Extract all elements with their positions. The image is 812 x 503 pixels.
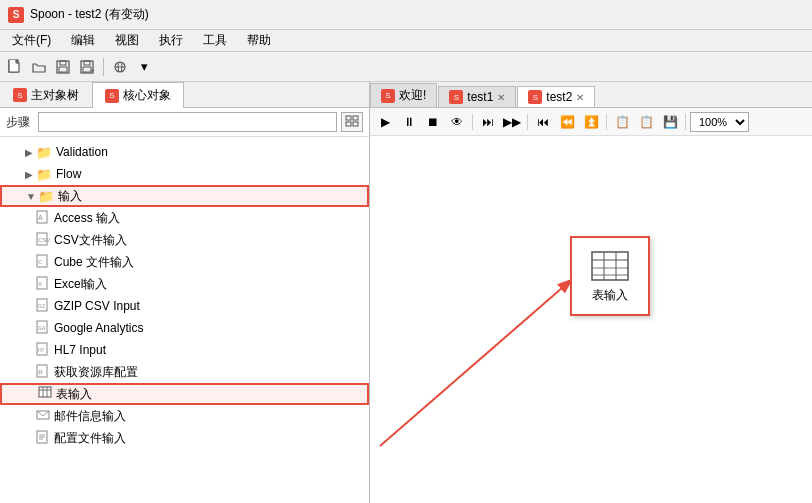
tree-item-hl7[interactable]: H7 HL7 Input bbox=[0, 339, 369, 361]
tab-test2-close[interactable]: ✕ bbox=[576, 92, 584, 103]
tab-test2-icon: S bbox=[528, 90, 542, 104]
tab-welcome-icon: S bbox=[381, 89, 395, 103]
file-icon-resource: 获 bbox=[36, 364, 50, 380]
menu-help[interactable]: 帮助 bbox=[239, 30, 279, 51]
tree-item-excel[interactable]: X Excel输入 bbox=[0, 273, 369, 295]
dropdown-button[interactable]: ▾ bbox=[133, 56, 155, 78]
file-icon-csv: CSV bbox=[36, 232, 50, 248]
tree-item-gzip[interactable]: GZ GZIP CSV Input bbox=[0, 295, 369, 317]
up-button[interactable]: ⏫ bbox=[580, 111, 602, 133]
main-toolbar: + ▾ bbox=[0, 52, 812, 82]
tab-core-icon: S bbox=[105, 89, 119, 103]
zoom-select[interactable]: 100% 75% 50% 150% bbox=[690, 112, 749, 132]
tab-test2[interactable]: S test2 ✕ bbox=[517, 86, 595, 107]
label-resource: 获取资源库配置 bbox=[54, 364, 138, 381]
pause-button[interactable]: ⏸ bbox=[398, 111, 420, 133]
right-tab-bar: S 欢迎! S test1 ✕ S test2 ✕ bbox=[370, 82, 812, 108]
menu-bar: 文件(F) 编辑 视图 执行 工具 帮助 bbox=[0, 30, 812, 52]
tree-item-validation[interactable]: ▶ 📁 Validation bbox=[0, 141, 369, 163]
save-canvas-button[interactable]: 💾 bbox=[659, 111, 681, 133]
fast-forward-button[interactable]: ▶▶ bbox=[501, 111, 523, 133]
menu-file[interactable]: 文件(F) bbox=[4, 30, 59, 51]
file-icon-excel: X bbox=[36, 276, 50, 292]
step-back-button[interactable]: ⏮ bbox=[532, 111, 554, 133]
tree-item-config[interactable]: 配置文件输入 bbox=[0, 427, 369, 449]
tab-main-label: 主对象树 bbox=[31, 87, 79, 104]
tab-core-label: 核心对象 bbox=[123, 87, 171, 104]
arrow-validation: ▶ bbox=[22, 147, 36, 158]
save-button[interactable] bbox=[52, 56, 74, 78]
new-button[interactable] bbox=[4, 56, 26, 78]
tree-item-resource[interactable]: 获 获取资源库配置 bbox=[0, 361, 369, 383]
svg-text:GZ: GZ bbox=[38, 303, 45, 309]
menu-view[interactable]: 视图 bbox=[107, 30, 147, 51]
file-icon-config bbox=[36, 430, 50, 446]
search-label: 步骤 bbox=[6, 114, 30, 131]
rt-sep-4 bbox=[685, 114, 686, 130]
file-icon-table-input bbox=[38, 386, 52, 402]
label-email: 邮件信息输入 bbox=[54, 408, 126, 425]
label-excel: Excel输入 bbox=[54, 276, 107, 293]
tab-welcome[interactable]: S 欢迎! bbox=[370, 83, 437, 107]
clipboard-button[interactable]: 📋 bbox=[635, 111, 657, 133]
canvas-area[interactable]: 表输入 bbox=[370, 136, 812, 503]
tree-item-access[interactable]: A Access 输入 bbox=[0, 207, 369, 229]
step-forward-button[interactable]: ⏭ bbox=[477, 111, 499, 133]
connection-arrow bbox=[370, 136, 812, 503]
stop-button[interactable]: ⏹ bbox=[422, 111, 444, 133]
label-gzip: GZIP CSV Input bbox=[54, 299, 140, 313]
search-expand-button[interactable] bbox=[341, 112, 363, 132]
tab-main-icon: S bbox=[13, 88, 27, 102]
tab-test1-close[interactable]: ✕ bbox=[497, 92, 505, 103]
preview-button[interactable]: 👁 bbox=[446, 111, 468, 133]
rt-sep-3 bbox=[606, 114, 607, 130]
svg-text:+: + bbox=[90, 66, 95, 75]
folder-icon-validation: 📁 bbox=[36, 145, 52, 160]
tree-item-email[interactable]: 邮件信息输入 bbox=[0, 405, 369, 427]
tab-test1[interactable]: S test1 ✕ bbox=[438, 86, 516, 107]
svg-rect-16 bbox=[353, 122, 358, 126]
tree-item-google-analytics[interactable]: GA Google Analytics bbox=[0, 317, 369, 339]
tab-test1-label: test1 bbox=[467, 90, 493, 104]
svg-rect-14 bbox=[353, 116, 358, 120]
tab-core-objects[interactable]: S 核心对象 bbox=[92, 82, 184, 108]
label-access: Access 输入 bbox=[54, 210, 120, 227]
menu-edit[interactable]: 编辑 bbox=[63, 30, 103, 51]
svg-rect-33 bbox=[39, 387, 51, 397]
saveas-button[interactable]: + bbox=[76, 56, 98, 78]
tree: ▶ 📁 Validation ▶ 📁 Flow ▼ 📁 输入 A bbox=[0, 137, 369, 503]
explore-button[interactable] bbox=[109, 56, 131, 78]
main-layout: S 主对象树 S 核心对象 步骤 ▶ 📁 Validation bbox=[0, 82, 812, 503]
svg-text:获: 获 bbox=[38, 369, 43, 375]
menu-tools[interactable]: 工具 bbox=[195, 30, 235, 51]
run-button[interactable]: ▶ bbox=[374, 111, 396, 133]
label-ga: Google Analytics bbox=[54, 321, 143, 335]
svg-rect-44 bbox=[592, 252, 628, 280]
tree-item-table-input[interactable]: 表输入 bbox=[0, 383, 369, 405]
card-icon bbox=[590, 248, 630, 283]
toolbar-sep-1 bbox=[103, 58, 104, 76]
tree-item-cube[interactable]: C Cube 文件输入 bbox=[0, 251, 369, 273]
arrow-flow: ▶ bbox=[22, 169, 36, 180]
menu-run[interactable]: 执行 bbox=[151, 30, 191, 51]
copy-button[interactable]: 📋 bbox=[611, 111, 633, 133]
right-panel: S 欢迎! S test1 ✕ S test2 ✕ ▶ ⏸ ⏹ 👁 ⏭ ▶▶ bbox=[370, 82, 812, 503]
canvas-card-table-input[interactable]: 表输入 bbox=[570, 236, 650, 316]
tree-item-input[interactable]: ▼ 📁 输入 bbox=[0, 185, 369, 207]
file-icon-gzip: GZ bbox=[36, 298, 50, 314]
label-table-input: 表输入 bbox=[56, 386, 92, 403]
open-button[interactable] bbox=[28, 56, 50, 78]
tab-test2-label: test2 bbox=[546, 90, 572, 104]
search-input[interactable] bbox=[38, 112, 337, 132]
rt-sep-1 bbox=[472, 114, 473, 130]
tree-item-flow[interactable]: ▶ 📁 Flow bbox=[0, 163, 369, 185]
tab-main-objects[interactable]: S 主对象树 bbox=[0, 82, 92, 107]
tab-test1-icon: S bbox=[449, 90, 463, 104]
label-config: 配置文件输入 bbox=[54, 430, 126, 447]
svg-text:H7: H7 bbox=[38, 347, 45, 353]
tree-item-csv[interactable]: CSV CSV文件输入 bbox=[0, 229, 369, 251]
arrow-input: ▼ bbox=[24, 191, 38, 202]
title-bar: S Spoon - test2 (有变动) bbox=[0, 0, 812, 30]
rewind-button[interactable]: ⏪ bbox=[556, 111, 578, 133]
label-input: 输入 bbox=[58, 188, 82, 205]
